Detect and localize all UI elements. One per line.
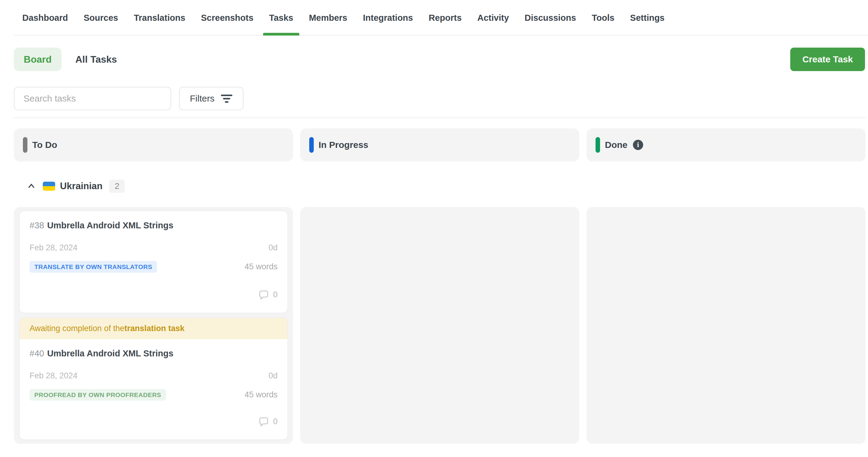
column-header-todo: To Do <box>14 128 293 161</box>
comment-count: 0 <box>273 417 278 426</box>
column-label: To Do <box>32 140 57 150</box>
column-bodies: #38Umbrella Android XML Strings Feb 28, … <box>14 207 866 444</box>
task-footer: 0 <box>20 289 287 300</box>
nav-item-screenshots[interactable]: Screenshots <box>195 0 259 36</box>
task-meta-row: Feb 28, 2024 0d <box>20 243 287 253</box>
column-header-in-progress: In Progress <box>300 128 579 161</box>
search-row: Filters <box>0 87 868 110</box>
done-status-pill <box>595 137 600 153</box>
filters-button[interactable]: Filters <box>179 87 244 110</box>
top-navigation: Dashboard Sources Translations Screensho… <box>0 0 868 36</box>
nav-item-dashboard[interactable]: Dashboard <box>16 0 74 36</box>
awaiting-banner: Awaiting completion of the translation t… <box>20 318 287 339</box>
task-due: 0d <box>269 371 278 381</box>
word-count: 45 words <box>244 390 278 399</box>
task-meta-row: Feb 28, 2024 0d <box>20 371 287 381</box>
task-title-row: #40Umbrella Android XML Strings <box>20 348 287 359</box>
column-label: In Progress <box>318 140 368 150</box>
task-name: Umbrella Android XML Strings <box>47 221 173 230</box>
nav-item-settings[interactable]: Settings <box>624 0 671 36</box>
todo-column-body: #38Umbrella Android XML Strings Feb 28, … <box>14 207 293 444</box>
language-group-header: Ukrainian 2 <box>14 178 866 194</box>
search-input[interactable] <box>14 87 171 110</box>
info-icon[interactable]: i <box>633 140 643 150</box>
task-card-40[interactable]: Awaiting completion of the translation t… <box>19 318 288 440</box>
task-date: Feb 28, 2024 <box>30 243 78 253</box>
tab-board[interactable]: Board <box>14 47 61 71</box>
task-title-row: #38Umbrella Android XML Strings <box>20 220 287 231</box>
todo-status-pill <box>23 137 27 153</box>
banner-link-text: translation task <box>124 324 185 333</box>
workflow-step-badge: TRANSLATE BY OWN TRANSLATORS <box>30 261 157 273</box>
comment-icon <box>258 289 269 300</box>
tab-all-tasks[interactable]: All Tasks <box>75 47 117 71</box>
task-badge-row: PROOFREAD BY OWN PROOFREADERS 45 words <box>20 389 287 401</box>
task-card-38[interactable]: #38Umbrella Android XML Strings Feb 28, … <box>19 211 288 313</box>
nav-item-sources[interactable]: Sources <box>78 0 124 36</box>
column-headers: To Do In Progress Done i <box>14 118 866 161</box>
in-progress-column-body <box>300 207 579 444</box>
collapse-group-button[interactable] <box>25 180 37 192</box>
task-count-badge: 2 <box>109 179 125 193</box>
column-label: Done <box>605 140 627 150</box>
nav-item-integrations[interactable]: Integrations <box>357 0 419 36</box>
nav-item-reports[interactable]: Reports <box>423 0 468 36</box>
task-badge-row: TRANSLATE BY OWN TRANSLATORS 45 words <box>20 261 287 273</box>
filters-label: Filters <box>190 93 215 104</box>
task-board: To Do In Progress Done i Ukrainian 2 <box>0 118 868 444</box>
banner-text: Awaiting completion of the <box>30 324 124 333</box>
workflow-step-badge: PROOFREAD BY OWN PROOFREADERS <box>30 389 166 401</box>
view-toolbar: Board All Tasks Create Task <box>0 47 868 71</box>
nav-item-tasks[interactable]: Tasks <box>263 0 299 36</box>
tasks-board-page: Dashboard Sources Translations Screensho… <box>0 0 868 457</box>
language-group-label: Ukrainian <box>60 181 102 192</box>
nav-item-discussions[interactable]: Discussions <box>519 0 582 36</box>
comment-icon <box>258 416 269 427</box>
task-name: Umbrella Android XML Strings <box>47 349 173 358</box>
nav-item-tools[interactable]: Tools <box>586 0 620 36</box>
word-count: 45 words <box>244 262 278 271</box>
task-id: #38 <box>30 221 44 230</box>
nav-item-activity[interactable]: Activity <box>471 0 515 36</box>
task-id: #40 <box>30 349 44 358</box>
nav-item-translations[interactable]: Translations <box>128 0 191 36</box>
ukrainian-flag-icon <box>43 182 55 191</box>
nav-item-members[interactable]: Members <box>303 0 353 36</box>
nav-divider <box>14 35 868 36</box>
task-due: 0d <box>269 243 278 253</box>
column-header-done: Done i <box>587 128 866 161</box>
task-footer: 0 <box>20 416 287 427</box>
filter-icon <box>221 95 233 103</box>
create-task-button[interactable]: Create Task <box>790 47 865 71</box>
comment-count: 0 <box>273 290 278 299</box>
chevron-up-icon <box>27 182 36 191</box>
task-date: Feb 28, 2024 <box>30 371 78 381</box>
done-column-body <box>587 207 866 444</box>
in-progress-status-pill <box>309 137 314 153</box>
